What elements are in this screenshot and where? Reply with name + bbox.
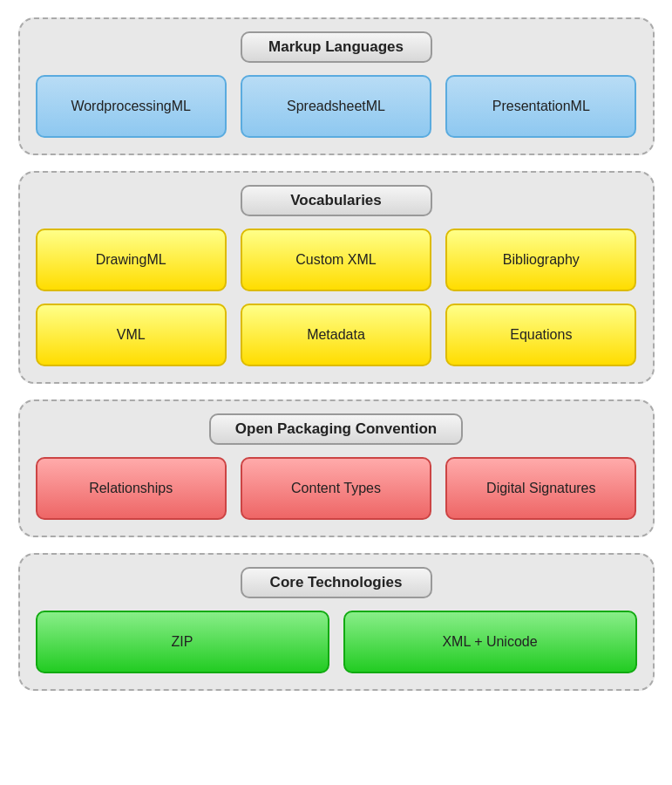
item-markup-languages-0-0: WordprocessingML bbox=[36, 75, 227, 138]
item-vocabularies-0-2: Bibliography bbox=[445, 229, 636, 291]
diagram: Markup LanguagesWordprocessingMLSpreadsh… bbox=[18, 17, 655, 691]
items-row-vocabularies-0: DrawingMLCustom XMLBibliography bbox=[36, 229, 637, 291]
items-row-core-technologies-0: ZIPXML + Unicode bbox=[36, 611, 637, 673]
items-row-vocabularies-1: VMLMetadataEquations bbox=[36, 304, 637, 366]
item-open-packaging-convention-0-0: Relationships bbox=[36, 457, 227, 520]
items-row-markup-languages-0: WordprocessingMLSpreadsheetMLPresentatio… bbox=[36, 75, 637, 138]
section-vocabularies: VocabulariesDrawingMLCustom XMLBibliogra… bbox=[18, 171, 655, 384]
section-title-vocabularies: Vocabularies bbox=[241, 185, 432, 216]
item-open-packaging-convention-0-1: Content Types bbox=[241, 457, 431, 520]
item-core-technologies-0-1: XML + Unicode bbox=[343, 611, 637, 673]
item-markup-languages-0-1: SpreadsheetML bbox=[241, 75, 431, 138]
items-row-open-packaging-convention-0: RelationshipsContent TypesDigital Signat… bbox=[36, 457, 637, 520]
item-open-packaging-convention-0-2: Digital Signatures bbox=[445, 457, 636, 520]
section-title-open-packaging-convention: Open Packaging Convention bbox=[209, 413, 463, 445]
section-title-core-technologies: Core Technologies bbox=[241, 567, 432, 598]
item-vocabularies-0-1: Custom XML bbox=[241, 229, 431, 291]
item-vocabularies-1-2: Equations bbox=[445, 304, 636, 366]
section-core-technologies: Core TechnologiesZIPXML + Unicode bbox=[18, 553, 655, 691]
item-core-technologies-0-0: ZIP bbox=[36, 611, 329, 673]
item-markup-languages-0-2: PresentationML bbox=[445, 75, 636, 138]
item-vocabularies-0-0: DrawingML bbox=[36, 229, 227, 291]
item-vocabularies-1-0: VML bbox=[36, 304, 227, 366]
section-open-packaging-convention: Open Packaging ConventionRelationshipsCo… bbox=[18, 399, 655, 537]
section-markup-languages: Markup LanguagesWordprocessingMLSpreadsh… bbox=[18, 17, 655, 155]
section-title-markup-languages: Markup Languages bbox=[241, 31, 432, 63]
item-vocabularies-1-1: Metadata bbox=[241, 304, 431, 366]
